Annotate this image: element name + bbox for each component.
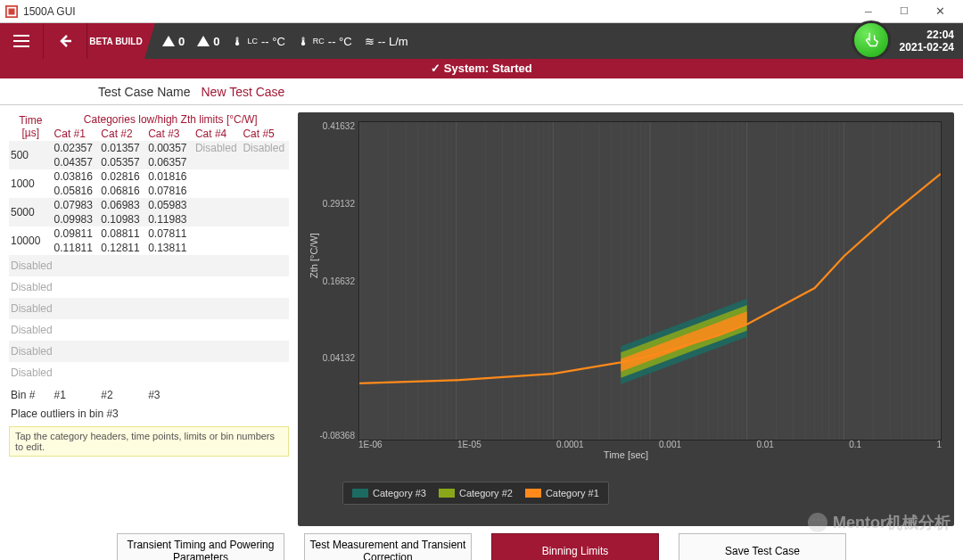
metric-flow: ≋-- L/m (365, 35, 408, 48)
limit-cell[interactable]: 0.09811 (53, 226, 100, 241)
y-axis-ticks: 0.416320.291320.166320.04132-0.08368 (314, 121, 355, 441)
bin-1[interactable]: #1 (53, 383, 100, 407)
window-close-button[interactable]: ✕ (922, 0, 958, 23)
metric-warn-1: 0 (162, 35, 185, 48)
back-arrow-icon (57, 33, 73, 49)
limit-cell[interactable]: 0.02357 (53, 141, 100, 155)
time-cell[interactable]: 5000 (9, 198, 53, 226)
limit-cell[interactable]: Disabled (193, 141, 242, 155)
thermometer-icon: 🌡 (232, 35, 243, 48)
limit-cell[interactable]: 0.02816 (99, 169, 146, 184)
tab-binning-limits[interactable]: Binning Limits (491, 533, 659, 560)
time-cell[interactable]: 1000 (9, 169, 53, 198)
hamburger-button[interactable] (0, 23, 43, 59)
bin-header[interactable]: Bin # (9, 383, 53, 407)
disabled-row[interactable]: Disabled (9, 298, 289, 319)
limit-cell[interactable]: Disabled (241, 141, 289, 155)
run-button[interactable] (852, 21, 891, 60)
limit-cell[interactable]: 0.06983 (99, 198, 146, 212)
metric-warn-2: 0 (197, 35, 219, 48)
category-header-5[interactable]: Cat #5 (241, 127, 289, 141)
app-icon (5, 5, 18, 18)
category-header-4[interactable]: Cat #4 (193, 127, 242, 141)
window-maximize-button[interactable]: ☐ (886, 0, 922, 23)
metric-lc: 🌡LC-- °C (232, 35, 284, 48)
tab-save-test-case[interactable]: Save Test Case (679, 533, 846, 560)
limit-cell[interactable]: 0.06816 (99, 184, 146, 198)
flow-icon: ≋ (365, 35, 374, 48)
disabled-row[interactable]: Disabled (9, 341, 289, 362)
chart-plot[interactable] (358, 121, 942, 441)
clock-date: 2021-02-24 (900, 41, 954, 54)
limit-cell[interactable] (193, 226, 242, 241)
svg-rect-5 (13, 45, 29, 47)
limit-cell[interactable]: 0.08811 (99, 226, 146, 241)
svg-rect-2 (9, 8, 15, 14)
testcase-label: Test Case Name (98, 85, 190, 99)
limit-cell[interactable]: 0.07811 (146, 226, 193, 241)
thermometer-icon: 🌡 (298, 35, 309, 48)
limit-cell[interactable]: 0.07983 (53, 198, 100, 212)
limit-cell[interactable] (241, 241, 289, 255)
limit-cell[interactable]: 0.10983 (99, 212, 146, 226)
limit-cell[interactable] (193, 184, 242, 198)
tab-transient-timing[interactable]: Transient Timing and Powering Parameters (117, 533, 284, 560)
legend-item: Category #1 (525, 488, 599, 498)
limit-cell[interactable]: 0.05357 (99, 155, 146, 169)
limits-panel: Time[µs] Categories low/high Zth limits … (0, 105, 294, 533)
limit-cell[interactable]: 0.05816 (53, 184, 100, 198)
limit-cell[interactable] (241, 226, 289, 241)
warning-icon (162, 36, 175, 46)
disabled-row[interactable]: Disabled (9, 319, 289, 341)
time-header[interactable]: Time[µs] (9, 112, 53, 141)
limit-cell[interactable] (241, 169, 289, 184)
limit-cell[interactable]: 0.06357 (146, 155, 193, 169)
tab-test-measurement[interactable]: Test Measurement and Transient Correctio… (304, 533, 472, 560)
outlier-row[interactable]: Place outliers in bin #3 (9, 407, 289, 421)
limit-cell[interactable]: 0.01357 (99, 141, 146, 155)
limit-cell[interactable]: 0.01816 (146, 169, 193, 184)
limit-cell[interactable]: 0.04357 (53, 155, 100, 169)
beta-badge: BETA BUILD (87, 37, 144, 46)
x-axis-label: Time [sec] (298, 449, 954, 460)
legend-item: Category #2 (439, 488, 513, 498)
limit-cell[interactable] (241, 155, 289, 169)
category-header-2[interactable]: Cat #2 (99, 127, 146, 141)
bin-3[interactable]: #3 (146, 383, 193, 407)
category-header-1[interactable]: Cat #1 (53, 127, 100, 141)
disabled-row[interactable]: Disabled (9, 255, 289, 276)
limit-cell[interactable]: 0.13811 (146, 241, 193, 255)
watermark: Mentor机械分析 (808, 512, 951, 533)
testcase-name[interactable]: New Test Case (201, 85, 284, 99)
status-metrics: 0 0 🌡LC-- °C 🌡RC-- °C ≋-- L/m (155, 23, 852, 59)
limit-cell[interactable]: 0.11983 (146, 212, 193, 226)
category-header-3[interactable]: Cat #3 (146, 127, 193, 141)
limit-cell[interactable]: 0.09983 (53, 212, 100, 226)
limit-cell[interactable] (241, 212, 289, 226)
limit-cell[interactable]: 0.07816 (146, 184, 193, 198)
limit-cell[interactable]: 0.00357 (146, 141, 193, 155)
edit-hint: Tap the category headers, time points, l… (9, 426, 289, 457)
disabled-row[interactable]: Disabled (9, 362, 289, 383)
categories-header[interactable]: Categories low/high Zth limits [°C/W] (53, 112, 289, 127)
hamburger-icon (13, 35, 29, 47)
limit-cell[interactable] (241, 184, 289, 198)
limit-cell[interactable] (193, 212, 242, 226)
time-cell[interactable]: 10000 (9, 226, 53, 255)
tap-icon (861, 30, 881, 50)
limit-cell[interactable] (193, 241, 242, 255)
time-cell[interactable]: 500 (9, 141, 53, 169)
back-button[interactable] (44, 23, 86, 59)
bin-2[interactable]: #2 (99, 383, 146, 407)
limit-cell[interactable]: 0.05983 (146, 198, 193, 212)
limit-cell[interactable]: 0.03816 (53, 169, 100, 184)
limit-cell[interactable] (193, 198, 242, 212)
limit-cell[interactable] (193, 169, 242, 184)
window-titlebar: 1500A GUI ─ ☐ ✕ (0, 0, 963, 23)
limit-cell[interactable]: 0.11811 (53, 241, 100, 255)
window-minimize-button[interactable]: ─ (851, 0, 886, 23)
limit-cell[interactable]: 0.12811 (99, 241, 146, 255)
disabled-row[interactable]: Disabled (9, 276, 289, 298)
limit-cell[interactable] (193, 155, 242, 169)
limit-cell[interactable] (241, 198, 289, 212)
